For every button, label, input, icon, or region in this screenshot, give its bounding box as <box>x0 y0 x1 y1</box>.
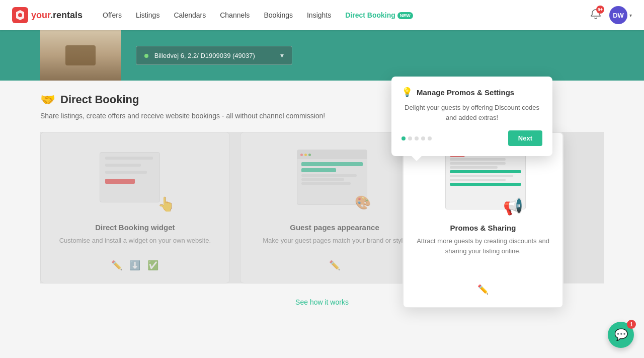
widget-card-actions: ✏️ ⬇️ ✅ <box>111 254 158 271</box>
content-area: 🤝 Direct Booking Share listings, create … <box>40 93 604 307</box>
nav-insights[interactable]: Insights <box>307 11 331 19</box>
widget-illustration: 👆 <box>95 145 175 215</box>
appearance-card-actions: ✏️ <box>329 254 340 271</box>
tooltip-dot-1 <box>401 136 406 140</box>
tooltip-dot-4 <box>421 136 425 140</box>
tooltip-footer: Next <box>401 130 542 146</box>
megaphone-icon: 📢 <box>503 197 523 216</box>
hero-banner: Billedvej 6, 2.2/ D1909039 (49037) ▾ <box>0 30 644 81</box>
hero-image <box>40 30 121 81</box>
property-dropdown[interactable]: Billedvej 6, 2.2/ D1909039 (49037) ▾ <box>136 46 292 65</box>
promos-card-desc: Attract more guests by creating discount… <box>416 236 550 256</box>
tooltip-popup: 💡 Manage Promos & Settings Delight your … <box>391 77 552 156</box>
svg-point-1 <box>18 13 22 17</box>
main-content: 🤝 Direct Booking Share listings, create … <box>0 81 644 319</box>
user-avatar-button[interactable]: DW ▾ <box>609 6 632 24</box>
promos-card-title: Promos & Sharing <box>450 224 516 232</box>
nav-offers[interactable]: Offers <box>103 11 122 19</box>
hand-pointer-icon: 👆 <box>157 196 175 212</box>
tooltip-dot-2 <box>408 136 412 140</box>
check-icon[interactable]: ✅ <box>147 260 158 271</box>
chevron-down-icon: ▾ <box>629 13 632 18</box>
dropdown-arrow-icon: ▾ <box>280 51 284 59</box>
property-status-dot <box>144 54 148 58</box>
nav-direct-booking[interactable]: Direct BookingNEW <box>345 11 413 19</box>
widget-card[interactable]: 👆 Direct Booking widget Customise and in… <box>40 132 230 283</box>
tooltip-next-button[interactable]: Next <box>508 130 542 146</box>
edit-icon[interactable]: ✏️ <box>329 260 340 271</box>
chat-button[interactable]: 💬 1 <box>608 322 634 348</box>
edit-icon[interactable]: ✏️ <box>477 284 489 295</box>
chat-badge: 1 <box>627 320 636 329</box>
widget-card-title: Direct Booking widget <box>95 223 175 232</box>
bulb-icon: 💡 <box>401 87 413 98</box>
logo-text: your.rentals <box>31 10 83 21</box>
palette-icon: 🎨 <box>355 195 371 210</box>
navbar-right: 9+ DW ▾ <box>590 6 632 24</box>
tooltip-dots <box>401 136 432 140</box>
nav-channels[interactable]: Channels <box>220 11 250 19</box>
nav-calendars[interactable]: Calendars <box>174 11 206 19</box>
promos-card[interactable]: 📢 Promos & Sharing Attract more guests b… <box>403 132 564 308</box>
appearance-illustration: 🎨 <box>294 145 375 215</box>
direct-booking-icon: 🤝 <box>40 93 55 107</box>
notification-count: 9+ <box>596 6 604 14</box>
appearance-card-title: Guest pages appearance <box>290 223 379 232</box>
property-label: Billedvej 6, 2.2/ D1909039 (49037) <box>154 52 255 59</box>
new-badge: NEW <box>397 12 413 19</box>
promos-card-actions: ✏️ <box>477 278 489 295</box>
edit-icon[interactable]: ✏️ <box>111 260 122 271</box>
cards-wrapper: 👆 Direct Booking widget Customise and in… <box>40 132 604 283</box>
chat-icon: 💬 <box>614 328 628 341</box>
appearance-card-desc: Make your guest pages match your brand o… <box>263 236 406 246</box>
widget-card-desc: Customise and install a widget on your o… <box>59 236 211 246</box>
avatar: DW <box>609 6 627 24</box>
page-title: Direct Booking <box>60 93 139 106</box>
tooltip-title: Manage Promos & Settings <box>417 88 514 97</box>
nav-bookings[interactable]: Bookings <box>264 11 293 19</box>
tooltip-dot-3 <box>415 136 419 140</box>
navbar-links: Offers Listings Calendars Channels Booki… <box>103 11 590 19</box>
nav-listings[interactable]: Listings <box>136 11 159 19</box>
notification-button[interactable]: 9+ <box>590 9 601 22</box>
download-icon[interactable]: ⬇️ <box>129 260 140 271</box>
navbar: your.rentals Offers Listings Calendars C… <box>0 0 644 30</box>
logo-icon <box>12 7 28 23</box>
logo[interactable]: your.rentals <box>12 7 83 23</box>
tooltip-dot-5 <box>428 136 432 140</box>
tooltip-description: Delight your guests by offering Discount… <box>401 103 542 122</box>
see-how-link[interactable]: See how it works <box>295 298 349 306</box>
